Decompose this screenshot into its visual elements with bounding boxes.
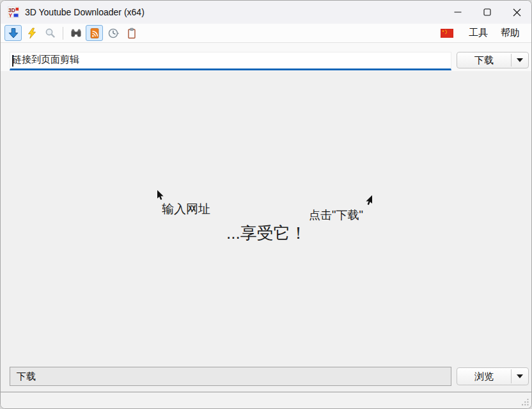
feed-tool-button[interactable] bbox=[86, 25, 103, 41]
titlebar: 3D Y 3D Youtube Downloader (x64) bbox=[1, 1, 531, 24]
download-arrow-icon bbox=[8, 28, 19, 39]
url-input[interactable] bbox=[10, 52, 451, 68]
menu-tools[interactable]: 工具 bbox=[462, 24, 494, 42]
text-caret bbox=[12, 55, 13, 67]
download-split-button[interactable]: 下载 bbox=[457, 52, 529, 68]
svg-text:Y: Y bbox=[9, 12, 13, 19]
maximize-icon bbox=[483, 8, 491, 16]
maximize-button[interactable] bbox=[473, 1, 502, 24]
history-tool-button[interactable] bbox=[104, 25, 121, 41]
browser-monitor-tool-button[interactable] bbox=[67, 25, 84, 41]
close-button[interactable] bbox=[502, 1, 531, 24]
main-area: 输入网址 点击"下载" ...享受它！ bbox=[1, 71, 531, 366]
bottom-row: 下载 浏览 bbox=[1, 366, 531, 392]
browse-split-button[interactable]: 浏览 bbox=[457, 367, 529, 385]
cursor-arrow-ne-icon bbox=[364, 195, 373, 205]
clipboard-icon bbox=[126, 28, 137, 39]
toolbar-separator bbox=[63, 27, 63, 40]
minimize-icon bbox=[454, 8, 462, 16]
chevron-down-icon bbox=[517, 58, 523, 62]
url-input-wrap bbox=[10, 52, 451, 70]
download-button-label[interactable]: 下载 bbox=[457, 52, 511, 68]
convert-tool-button[interactable] bbox=[23, 25, 40, 41]
chinese-flag-icon[interactable] bbox=[441, 29, 453, 38]
cursor-arrow-nw-icon bbox=[157, 190, 165, 200]
toolbar: 工具 帮助 bbox=[1, 24, 531, 43]
window-title: 3D Youtube Downloader (x64) bbox=[25, 7, 145, 17]
hint-enter-url: 输入网址 bbox=[162, 201, 210, 218]
history-clock-icon bbox=[107, 28, 119, 39]
download-progress-field: 下载 bbox=[10, 367, 451, 386]
menu-help[interactable]: 帮助 bbox=[494, 24, 526, 42]
progress-label: 下载 bbox=[17, 371, 36, 383]
close-icon bbox=[513, 8, 521, 17]
chevron-down-icon bbox=[517, 374, 523, 378]
binoculars-icon bbox=[70, 28, 82, 39]
download-dropdown-button[interactable] bbox=[512, 52, 528, 68]
clipboard-tool-button[interactable] bbox=[123, 25, 140, 41]
hint-click-download: 点击"下载" bbox=[309, 207, 363, 223]
lightning-icon bbox=[26, 28, 38, 39]
statusbar bbox=[1, 392, 531, 408]
search-tool-button[interactable] bbox=[42, 25, 59, 41]
minimize-button[interactable] bbox=[443, 1, 473, 24]
browse-button-label[interactable]: 浏览 bbox=[457, 368, 511, 385]
hint-enjoy: ...享受它！ bbox=[226, 222, 307, 245]
resize-grip[interactable] bbox=[520, 397, 529, 406]
app-window: 3D Y 3D Youtube Downloader (x64) bbox=[0, 0, 532, 409]
app-logo-icon: 3D Y bbox=[8, 6, 19, 18]
browse-dropdown-button[interactable] bbox=[512, 368, 528, 385]
download-tool-button[interactable] bbox=[4, 25, 22, 41]
rss-feed-icon bbox=[89, 28, 100, 39]
url-row: 下载 bbox=[1, 43, 531, 71]
search-icon bbox=[45, 28, 56, 39]
